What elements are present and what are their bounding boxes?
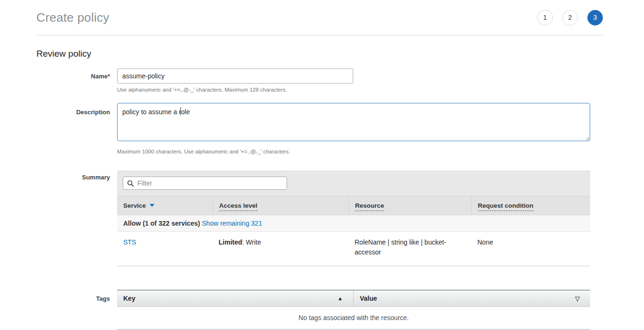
step-indicator-3-active[interactable]: 3 — [587, 10, 603, 25]
page-header: Create policy 1 2 3 — [36, 0, 603, 28]
column-header-access-level[interactable]: Access level — [212, 196, 348, 215]
tags-table-header: Key ▲ Value ▽ — [117, 290, 590, 307]
column-header-request-condition[interactable]: Request condition — [471, 196, 590, 215]
chevron-down-icon[interactable]: ▽ — [575, 295, 580, 302]
policy-description-textarea[interactable]: policy to assume a role — [117, 103, 590, 141]
table-row: STS Limited: Write RoleName | string lik… — [117, 232, 590, 266]
key-column-label: Key — [123, 295, 136, 302]
description-help-text: Maximum 1000 characters. Use alphanumeri… — [117, 149, 603, 154]
text-cursor — [180, 107, 181, 115]
tags-label: Tags — [36, 290, 117, 330]
summary-table-toolbar — [117, 170, 590, 196]
access-level-cell: Limited: Write — [212, 232, 348, 266]
page-title: Create policy — [36, 10, 109, 25]
column-header-key[interactable]: Key ▲ — [117, 290, 353, 306]
section-heading: Review policy — [36, 49, 603, 59]
tags-empty-message: No tags associated with the resource. — [117, 307, 590, 330]
step-indicator-1[interactable]: 1 — [537, 10, 553, 25]
summary-table: Service Access level Resource Request co… — [117, 170, 590, 266]
access-level-column-label: Access level — [219, 202, 257, 211]
access-level-bold: Limited — [219, 238, 242, 246]
sort-descending-icon — [150, 204, 154, 207]
name-row: Name* Use alphanumeric and '+=,.@-_' cha… — [36, 68, 603, 93]
description-row: Description policy to assume a role Maxi… — [36, 103, 603, 154]
request-condition-cell: None — [471, 232, 590, 266]
step-indicator-2[interactable]: 2 — [562, 10, 578, 25]
access-level-rest: : Write — [242, 238, 261, 246]
header-divider — [36, 35, 603, 35]
name-label: Name* — [36, 68, 117, 93]
column-header-resource[interactable]: Resource — [348, 196, 471, 215]
sort-ascending-icon: ▲ — [338, 296, 343, 301]
request-condition-column-label: Request condition — [478, 202, 534, 211]
allow-services-count: Allow (1 of 322 services) — [123, 220, 200, 227]
wizard-steps: 1 2 3 — [537, 10, 603, 25]
policy-name-input[interactable] — [117, 68, 353, 84]
allow-group-row: Allow (1 of 322 services) Show remaining… — [117, 215, 590, 232]
show-remaining-link[interactable]: Show remaining 321 — [202, 220, 263, 227]
step-2-label: 2 — [568, 14, 572, 21]
summary-label: Summary — [36, 170, 117, 266]
service-column-label: Service — [123, 202, 146, 209]
tags-table: Key ▲ Value ▽ No tags associated with th… — [117, 290, 590, 330]
name-help-text: Use alphanumeric and '+=,.@-_' character… — [117, 87, 603, 93]
column-header-value[interactable]: Value ▽ — [353, 290, 590, 306]
search-icon — [127, 180, 134, 187]
value-column-label: Value — [360, 295, 377, 302]
create-policy-page: Create policy 1 2 3 Review policy Name* … — [36, 0, 603, 330]
resource-cell: RoleName | string like | bucket-accessor — [348, 232, 471, 266]
step-1-label: 1 — [543, 14, 547, 21]
summary-filter-input[interactable] — [137, 179, 283, 187]
service-cell: STS — [117, 232, 212, 266]
summary-table-header: Service Access level Resource Request co… — [117, 196, 590, 215]
tags-row: Tags Key ▲ Value ▽ No tags associated wi… — [36, 290, 603, 330]
description-label: Description — [36, 103, 117, 154]
filter-box[interactable] — [123, 177, 287, 190]
sts-service-link[interactable]: STS — [123, 238, 136, 246]
resource-column-label: Resource — [355, 202, 384, 211]
summary-row: Summary Service — [36, 170, 603, 266]
column-header-service[interactable]: Service — [117, 196, 212, 215]
step-3-label: 3 — [593, 14, 597, 21]
